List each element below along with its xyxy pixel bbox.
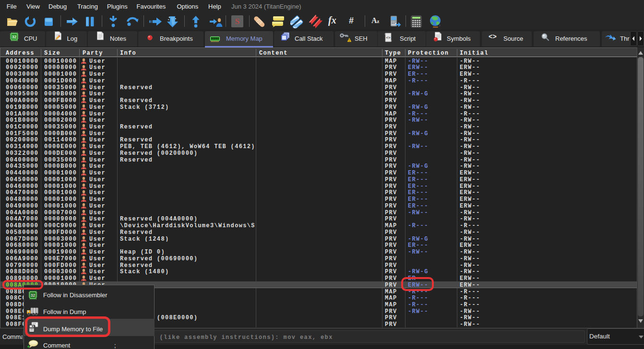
svg-text:32: 32 — [31, 293, 36, 298]
svg-text:<>: <> — [386, 35, 391, 40]
svg-text:32: 32 — [12, 35, 17, 39]
